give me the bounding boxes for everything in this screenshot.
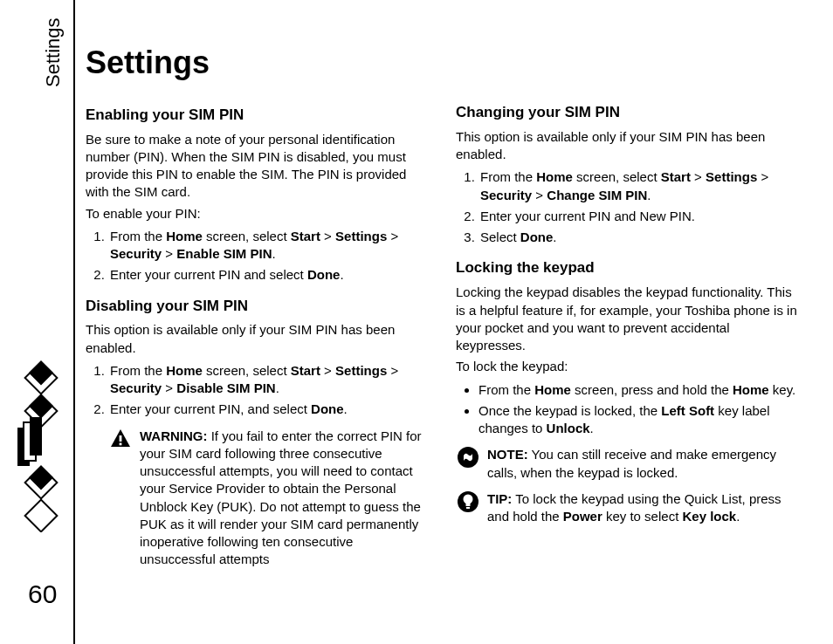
list-item: Enter your current PIN, and select Done. xyxy=(108,401,431,418)
tip-text: TIP: To lock the keypad using the Quick … xyxy=(487,490,802,526)
heading-lock-keypad: Locking the keypad xyxy=(456,258,802,278)
heading-disable-sim-pin: Disabling your SIM PIN xyxy=(86,297,431,317)
note-text: NOTE: You can still receive and make eme… xyxy=(487,446,802,482)
paragraph: To enable your PIN: xyxy=(86,205,431,223)
column-right: Changing your SIM PIN This option is ava… xyxy=(456,42,802,578)
list-item: Select Done. xyxy=(478,229,802,246)
heading-enable-sim-pin: Enabling your SIM PIN xyxy=(86,106,431,126)
svg-rect-1 xyxy=(30,362,52,384)
note-icon xyxy=(456,446,480,469)
paragraph: This option is available only if your SI… xyxy=(456,128,802,164)
list-item: From the Home screen, press and hold the… xyxy=(478,381,802,399)
bullet-list: From the Home screen, press and hold the… xyxy=(456,381,802,438)
paragraph: Be sure to make a note of your personal … xyxy=(86,131,431,202)
list-item: From the Home screen, select Start > Set… xyxy=(108,228,431,264)
thumb-index-icon xyxy=(12,358,63,536)
side-section-label: Settings xyxy=(42,18,65,88)
page-number: 60 xyxy=(28,579,57,609)
warning-block: WARNING: If you fail to enter the correc… xyxy=(108,428,431,569)
list-item: From the Home screen, select Start > Set… xyxy=(478,168,802,204)
list-item: Enter your current PIN and New PIN. xyxy=(478,208,802,225)
ordered-list: From the Home screen, select Start > Set… xyxy=(456,168,802,246)
page-content: Settings Enabling your SIM PIN Be sure t… xyxy=(86,42,802,578)
sidebar: Settings 60 xyxy=(0,0,75,644)
svg-rect-3 xyxy=(30,395,52,417)
svg-point-14 xyxy=(464,494,473,504)
note-block: NOTE: You can still receive and make eme… xyxy=(456,446,802,482)
list-item: Enter your current PIN and select Done. xyxy=(108,266,431,284)
paragraph: Locking the keypad disables the keypad f… xyxy=(456,284,802,354)
heading-change-sim-pin: Changing your SIM PIN xyxy=(456,103,802,123)
tip-icon xyxy=(456,490,480,513)
svg-rect-8 xyxy=(30,467,52,489)
svg-rect-15 xyxy=(466,504,471,506)
svg-rect-9 xyxy=(25,500,58,532)
svg-rect-6 xyxy=(30,417,42,456)
list-item: Once the keypad is locked, the Left Soft… xyxy=(478,402,802,438)
svg-rect-16 xyxy=(466,507,470,509)
ordered-list: From the Home screen, select Start > Set… xyxy=(86,362,431,419)
paragraph: This option is available only if your SI… xyxy=(86,321,431,357)
tip-block: TIP: To lock the keypad using the Quick … xyxy=(456,490,802,526)
warning-text: WARNING: If you fail to enter the correc… xyxy=(140,428,431,569)
column-left: Settings Enabling your SIM PIN Be sure t… xyxy=(86,42,431,578)
list-item: From the Home screen, select Start > Set… xyxy=(108,362,431,398)
page-title: Settings xyxy=(86,42,431,85)
ordered-list: From the Home screen, select Start > Set… xyxy=(86,228,431,284)
warning-icon xyxy=(108,428,133,450)
svg-rect-10 xyxy=(120,435,122,442)
paragraph: To lock the keypad: xyxy=(456,358,802,375)
svg-rect-11 xyxy=(120,442,122,445)
